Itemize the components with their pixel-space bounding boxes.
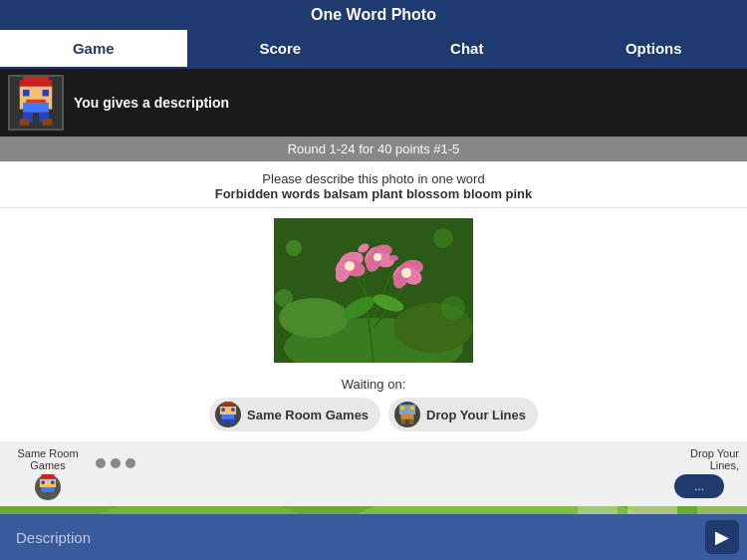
dot-1 [96,458,106,468]
svg-point-35 [374,253,381,261]
dot-2 [111,458,121,468]
chat-right-player: Drop Your Lines, ... [659,447,739,498]
svg-rect-1 [20,80,53,83]
photo-image [274,218,473,363]
svg-point-44 [433,228,453,248]
svg-rect-3 [26,84,46,87]
bottom-input-bar: ▶ [0,514,747,560]
svg-rect-58 [401,420,406,424]
forbidden-words-list: balsam plant blossom bloom pink [324,186,532,201]
chat-left-player: Same Room Games [8,447,88,500]
waiting-avatar-2 [394,402,420,427]
photo-prompt-text: Please describe this photo in one word [0,171,747,186]
svg-rect-7 [43,90,50,97]
nav-tabs: Game Score Chat Options [0,30,747,69]
svg-rect-56 [410,407,413,410]
svg-rect-51 [221,415,234,420]
waiting-players-list: Same Room Games Drop Your Lines [0,398,747,431]
chat-left-avatar [35,474,61,500]
svg-rect-64 [42,487,55,492]
svg-point-43 [286,240,302,256]
svg-point-46 [275,289,293,307]
svg-rect-2 [20,84,27,87]
svg-rect-52 [221,420,226,424]
svg-rect-9 [23,103,49,113]
svg-rect-4 [46,84,53,87]
chat-right-bubble: ... [674,474,724,498]
svg-rect-8 [26,100,46,103]
waiting-player-2-name: Drop Your Lines [426,408,526,422]
chat-left-label: Same Room Games [8,447,88,471]
svg-point-30 [345,261,355,271]
forbidden-label: Forbidden words [215,186,320,201]
svg-rect-63 [51,481,54,484]
send-icon: ▶ [715,526,729,548]
player-avatar-main [8,75,64,131]
tab-options[interactable]: Options [561,30,748,67]
svg-rect-49 [221,409,224,412]
tab-game[interactable]: Game [0,30,187,67]
notification-bar: You gives a description [0,69,747,137]
waiting-label: Waiting on: [0,377,747,392]
waiting-player-2: Drop Your Lines [388,398,538,431]
svg-rect-59 [409,420,414,424]
waiting-player-1-name: Same Room Games [247,408,369,422]
svg-rect-57 [401,415,414,420]
round-info-text: Round 1-24 for 40 points #1-5 [288,141,460,156]
tab-score[interactable]: Score [187,30,374,67]
photo-prompt-area: Please describe this photo in one word F… [0,161,747,208]
svg-rect-47 [221,402,234,405]
waiting-avatar-1 [215,402,241,427]
waiting-area: Waiting on: Same Room Games [0,371,747,441]
svg-rect-14 [20,119,30,126]
svg-rect-50 [231,409,234,412]
dot-3 [125,458,135,468]
chat-dots-indicator [96,458,135,468]
waiting-player-1: Same Room Games [209,398,380,431]
svg-rect-53 [230,420,235,424]
photo-area [0,208,747,371]
notification-text: You gives a description [74,95,229,111]
svg-rect-6 [23,90,30,97]
svg-point-40 [401,268,411,278]
app-header: One Word Photo [0,0,747,30]
description-input[interactable] [8,525,705,550]
svg-rect-60 [42,474,55,477]
svg-rect-15 [43,119,53,126]
svg-point-45 [441,296,465,320]
chat-right-label: Drop Your Lines, [659,447,739,471]
svg-point-42 [388,255,398,261]
svg-rect-62 [42,481,45,484]
svg-rect-10 [20,103,23,110]
chat-message-area [88,447,659,479]
tab-chat[interactable]: Chat [374,30,561,67]
send-button[interactable]: ▶ [705,520,739,554]
app-title: One Word Photo [311,6,436,23]
chat-area: Same Room Games Drop Your Lines, ... [0,441,747,506]
forbidden-words-text: Forbidden words balsam plant blossom blo… [0,186,747,201]
svg-rect-11 [49,103,52,110]
svg-rect-55 [401,407,404,410]
round-info-bar: Round 1-24 for 40 points #1-5 [0,137,747,161]
